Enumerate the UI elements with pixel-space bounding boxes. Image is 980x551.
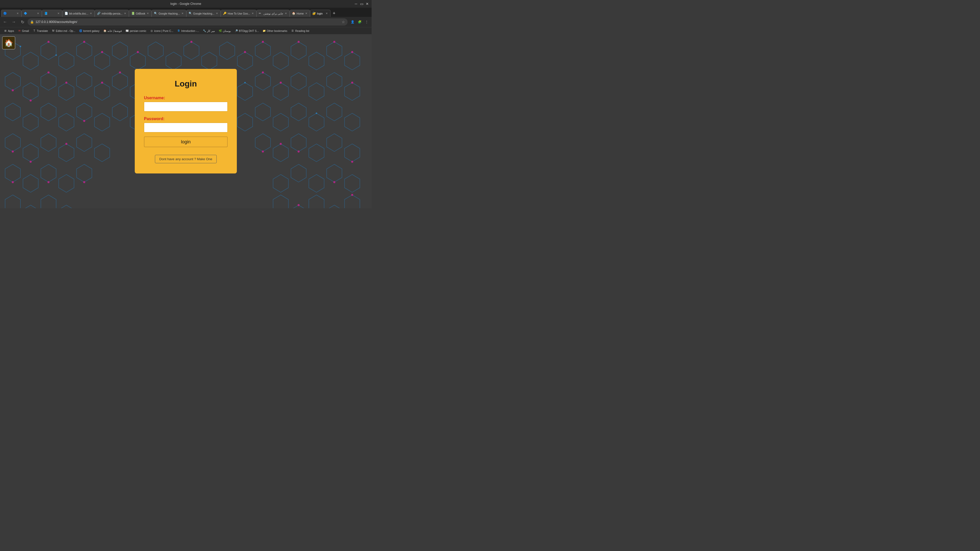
tab-favicon-htu: 🔑: [223, 12, 227, 15]
bookmark-torrent[interactable]: 🌀 torrent galaxy: [77, 28, 101, 33]
svg-point-127: [298, 204, 300, 206]
bookmark-torrent-label: torrent galaxy: [83, 29, 100, 32]
boostan-icon: 🌿: [218, 29, 222, 33]
svg-point-115: [83, 120, 85, 122]
persian-comic-icon: 📰: [125, 29, 129, 33]
tab-favicon-gh1: 🔍: [154, 12, 158, 15]
bookmark-other-label: Other bookmarks: [267, 29, 287, 32]
svg-point-107: [101, 82, 103, 84]
tab-close-home[interactable]: ✕: [305, 11, 308, 15]
bookmark-translate[interactable]: T Translate: [31, 28, 49, 33]
maximize-button[interactable]: ▭: [360, 2, 364, 6]
tab-persian[interactable]: ✏ جابی برای نوشتن ✕: [256, 10, 290, 17]
register-link[interactable]: Dont have any account ? Make One: [155, 155, 216, 163]
bookmark-foushfa-label: فوشفا | خانه: [107, 29, 122, 32]
svg-point-108: [119, 71, 121, 73]
svg-point-94: [83, 41, 85, 43]
tab-howtouse[interactable]: 🔑 How To Use Goo... ✕: [221, 10, 256, 17]
tab-close-htu[interactable]: ✕: [251, 11, 254, 15]
profile-icon[interactable]: 👤: [349, 19, 356, 25]
tab-google-hack-2[interactable]: 🔍 Google Hacking... ✕: [186, 10, 221, 17]
username-input[interactable]: [144, 102, 228, 111]
star-icon[interactable]: ☆: [342, 20, 345, 24]
tab-google-hack-1[interactable]: 🔍 Google Hacking... ✕: [151, 10, 186, 17]
bookmark-intro[interactable]: B Introduction -...: [175, 28, 200, 33]
tab-0[interactable]: 🔵 ✕: [1, 10, 21, 17]
tab-mthri[interactable]: 🔗 mthri/dfp-persia... ✕: [95, 10, 129, 17]
browser-content: 🏠 Login Username: Password: login Dont h…: [0, 34, 372, 208]
tab-close-login[interactable]: ✕: [325, 11, 328, 15]
tab-1[interactable]: 🔷 ✕: [21, 10, 42, 17]
other-bookmarks-icon: 📁: [262, 29, 266, 33]
minimize-button[interactable]: ─: [354, 2, 358, 6]
menu-icon[interactable]: ⋮: [363, 19, 370, 25]
tab-close-gh1[interactable]: ✕: [181, 11, 184, 15]
bookmark-persian-comic-label: persian comic: [130, 29, 146, 32]
title-bar: login - Google Chrome ─ ▭ ✕: [0, 0, 372, 8]
tab-close-0[interactable]: ✕: [16, 11, 19, 15]
svg-point-113: [280, 82, 282, 84]
bookmark-foushfa[interactable]: 🏠 فوشفا | خانه: [102, 28, 124, 33]
bookmark-apps[interactable]: ⊞ Apps: [2, 28, 16, 33]
svg-point-128: [351, 194, 353, 196]
bookmark-icono-label: icono | Pure C...: [154, 29, 173, 32]
editor-icon: M: [52, 29, 55, 33]
bookmark-mirkar[interactable]: 🔧 میر کار: [201, 28, 216, 33]
lock-icon: 🔒: [30, 20, 34, 24]
torrent-icon: 🌀: [79, 29, 83, 33]
bookmark-icono[interactable]: ◎ icono | Pure C...: [148, 28, 175, 33]
svg-point-102: [298, 41, 300, 43]
svg-point-126: [333, 181, 335, 183]
bookmark-boostan[interactable]: 🌿 بوستان: [217, 28, 232, 33]
svg-point-119: [83, 181, 85, 183]
tab-2[interactable]: 📘 ✕: [42, 10, 62, 17]
bookmark-other[interactable]: 📁 Other bookmarks: [261, 28, 289, 33]
tab-close-gh2[interactable]: ✕: [215, 11, 218, 15]
svg-point-100: [244, 51, 246, 53]
tab-favicon-persian: ✏: [259, 12, 262, 15]
svg-point-134: [316, 113, 317, 114]
new-tab-button[interactable]: +: [331, 10, 338, 17]
window-title: login - Google Chrome: [170, 2, 201, 6]
svg-point-117: [65, 143, 67, 145]
forward-button[interactable]: →: [10, 18, 18, 25]
tab-home[interactable]: 🏠 Home ✕: [290, 10, 310, 17]
tab-close-gitbook[interactable]: ✕: [146, 11, 149, 15]
svg-point-124: [298, 151, 300, 152]
svg-point-103: [351, 51, 353, 53]
tab-bit-orbit[interactable]: 📄 bit-orbit/fa.doc... ✕: [62, 10, 95, 17]
tab-close-mthri[interactable]: ✕: [124, 11, 127, 15]
tab-close-1[interactable]: ✕: [37, 11, 40, 15]
url-input[interactable]: [35, 20, 340, 24]
btdigg-icon: 🔎: [234, 29, 238, 33]
tab-gitbook[interactable]: 📗 GitBook ✕: [129, 10, 151, 17]
tab-close-2[interactable]: ✕: [57, 11, 60, 15]
tab-login[interactable]: 🔐 login ✕: [310, 10, 331, 17]
bookmark-persian-comic[interactable]: 📰 persian comic: [124, 28, 148, 33]
close-button[interactable]: ✕: [365, 2, 369, 6]
gmail-icon: ✉: [18, 29, 21, 33]
bookmark-reading[interactable]: ☰ Reading list: [290, 28, 311, 33]
toolbar: ← → ↻ 🔒 ☆ 👤 🧩 ⋮: [0, 17, 372, 27]
bookmark-btdigg[interactable]: 🔎 BTDigg DHT S...: [233, 28, 260, 33]
tab-favicon-gh2: 🔍: [189, 12, 192, 15]
bookmark-editor[interactable]: M Editor.md - Op...: [50, 28, 77, 33]
back-button[interactable]: ←: [2, 18, 9, 25]
reload-button[interactable]: ↻: [19, 18, 26, 25]
bookmark-gmail[interactable]: ✉ Gmail: [16, 28, 30, 33]
tab-favicon-gitbook: 📗: [131, 12, 135, 15]
icono-icon: ◎: [150, 29, 153, 33]
address-bar[interactable]: 🔒 ☆: [27, 18, 348, 25]
tab-favicon-mthri: 🔗: [97, 12, 100, 15]
svg-point-99: [190, 41, 192, 43]
bookmark-apps-label: Apps: [8, 29, 14, 32]
extensions-icon[interactable]: 🧩: [356, 19, 363, 25]
intro-icon: B: [177, 29, 180, 33]
login-button[interactable]: login: [144, 137, 228, 147]
bookmark-intro-label: Introduction -...: [181, 29, 199, 32]
password-input[interactable]: [144, 123, 228, 132]
home-icon-container[interactable]: 🏠: [2, 36, 15, 49]
tab-close-bit[interactable]: ✕: [89, 11, 92, 15]
tab-close-persian[interactable]: ✕: [284, 11, 287, 15]
svg-point-121: [48, 181, 49, 183]
